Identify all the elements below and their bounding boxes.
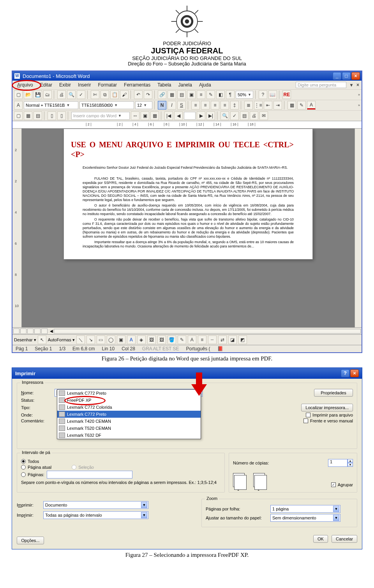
rectangle-icon[interactable]: ▭ bbox=[97, 335, 105, 344]
fontsize-select[interactable]: 12▼ bbox=[135, 101, 152, 109]
align-right-icon[interactable]: ≡ bbox=[211, 101, 219, 109]
undo-icon[interactable]: ↶ bbox=[134, 90, 143, 99]
properties-button[interactable]: Propriedades bbox=[314, 389, 353, 397]
arrowstyle-icon[interactable]: ⇄ bbox=[218, 335, 227, 344]
underline-icon[interactable]: S bbox=[177, 101, 186, 109]
print-pages-combo[interactable]: Todas as páginas do intervalo▼ bbox=[43, 511, 148, 519]
new-doc-icon[interactable]: ▢ bbox=[14, 90, 23, 99]
ask-a-question-input[interactable]: Digite uma pergunta bbox=[296, 82, 346, 88]
open-icon[interactable]: 📂 bbox=[24, 90, 32, 99]
weblayout-view-icon[interactable] bbox=[20, 328, 26, 334]
outline-view-icon[interactable] bbox=[34, 328, 41, 334]
print-icon[interactable]: 🖨 bbox=[57, 90, 66, 99]
print-preview-icon[interactable]: 🔍 bbox=[67, 90, 76, 99]
columns-icon[interactable]: ≡ bbox=[197, 90, 205, 99]
zoom-select[interactable]: 50%▼ bbox=[236, 91, 253, 99]
align-center-icon[interactable]: ≡ bbox=[201, 101, 210, 109]
save-icon[interactable]: 💾 bbox=[34, 90, 42, 99]
clipart-icon[interactable]: 🖼 bbox=[147, 335, 156, 344]
options-button[interactable]: Opções... bbox=[17, 537, 44, 544]
hscroll-left-icon[interactable]: ◀ bbox=[50, 329, 53, 333]
spinner-up-icon[interactable]: ▲ bbox=[348, 459, 353, 463]
select-objects-icon[interactable]: ↖ bbox=[38, 335, 46, 344]
maximize-button[interactable]: □ bbox=[342, 72, 351, 80]
menu-arquivo[interactable]: Arquivo bbox=[15, 81, 35, 88]
print-to-file-checkbox[interactable]: Imprimir para arquivo bbox=[306, 413, 353, 417]
borders-icon[interactable]: ▦ bbox=[288, 101, 296, 109]
printer-option-4[interactable]: Lexmark T420 CEMAN bbox=[57, 418, 201, 425]
3d-icon[interactable]: ◩ bbox=[238, 335, 247, 344]
printer-option-1[interactable]: FreePDF XP bbox=[57, 397, 201, 404]
help-icon[interactable]: ? bbox=[259, 90, 267, 99]
linestyle-icon[interactable]: ≡ bbox=[198, 335, 206, 344]
horizontal-scrollbar[interactable] bbox=[54, 329, 361, 334]
range-pages-radio[interactable]: Páginas: bbox=[21, 472, 44, 477]
status-spellcheck-icon[interactable]: 📕 bbox=[217, 346, 223, 351]
range-current-radio[interactable]: Página atual bbox=[21, 465, 51, 470]
print-what-combo[interactable]: Documento▼ bbox=[43, 501, 148, 509]
arrow-icon[interactable]: ↘ bbox=[86, 335, 95, 344]
ok-button[interactable]: OK bbox=[313, 535, 328, 543]
scale-to-paper-combo[interactable]: Sem dimensionamento▼ bbox=[270, 514, 340, 522]
menu-editar[interactable]: Editar bbox=[38, 81, 55, 88]
printer-dropdown-list[interactable]: Lexmark C772 Preto FreePDF XP Lexmark C7… bbox=[57, 389, 201, 439]
doc-close-button[interactable]: × bbox=[356, 82, 359, 88]
vertical-ruler[interactable]: 22 46 810 bbox=[12, 129, 22, 327]
printer-option-6[interactable]: Lexmark T632 DF bbox=[57, 432, 201, 439]
autoshapes-menu[interactable]: AutoFormas ▾ bbox=[48, 337, 75, 343]
textbox-icon[interactable]: ▣ bbox=[117, 335, 125, 344]
menu-formatar[interactable]: Formatar bbox=[95, 81, 119, 88]
vertical-scrollbar[interactable] bbox=[355, 129, 362, 327]
printer-option-5[interactable]: Lexmark T520 CEMAN bbox=[57, 425, 201, 432]
excel-icon[interactable]: ▣ bbox=[187, 90, 196, 99]
align-left-icon[interactable]: ≡ bbox=[191, 101, 200, 109]
manual-duplex-checkbox[interactable]: Frente e verso manual bbox=[303, 418, 353, 423]
toolbar-overflow-icon[interactable]: » bbox=[358, 93, 360, 97]
copies-spinner[interactable]: 1 ▲▼ bbox=[328, 459, 353, 467]
horizontal-ruler[interactable]: | 2 | | 2 | | 4 | | 6 | | 8 | | 10 | | 1… bbox=[12, 121, 362, 129]
fontcolor-icon[interactable]: A bbox=[188, 335, 196, 344]
printer-option-0[interactable]: Lexmark C772 Preto bbox=[57, 390, 201, 397]
dialog-help-button[interactable]: ? bbox=[341, 369, 349, 377]
line-icon[interactable]: ＼ bbox=[76, 335, 85, 344]
collate-checkbox[interactable]: Agrupar bbox=[331, 482, 353, 487]
menu-ferramentas[interactable]: Ferramentas bbox=[122, 81, 153, 88]
read-icon[interactable]: 📖 bbox=[268, 90, 277, 99]
paste-icon[interactable]: 📋 bbox=[110, 90, 119, 99]
docmap-icon[interactable]: ◧ bbox=[216, 90, 225, 99]
decrease-indent-icon[interactable]: ⇤ bbox=[264, 101, 272, 109]
font-select[interactable]: TTE1581B50t00▼ bbox=[79, 101, 134, 109]
showhide-icon[interactable]: ¶ bbox=[226, 90, 235, 99]
styles-pane-icon[interactable]: A bbox=[14, 101, 23, 109]
dialog-close-button[interactable]: × bbox=[350, 369, 359, 377]
printlayout-view-icon[interactable] bbox=[27, 328, 34, 334]
find-printer-button[interactable]: Localizar impressora... bbox=[301, 404, 353, 411]
copy-icon[interactable]: ⧉ bbox=[101, 90, 109, 99]
redo-icon[interactable]: ↷ bbox=[144, 90, 152, 99]
menu-tabela[interactable]: Tabela bbox=[155, 81, 173, 88]
pages-input[interactable] bbox=[47, 471, 132, 479]
bold-icon[interactable]: N bbox=[158, 101, 166, 109]
linespacing-icon[interactable]: ‡ bbox=[230, 101, 239, 109]
menu-ajuda[interactable]: Ajuda bbox=[197, 81, 213, 88]
italic-icon[interactable]: I bbox=[168, 101, 176, 109]
menu-janela[interactable]: Janela bbox=[176, 81, 194, 88]
reading-view-icon[interactable] bbox=[41, 328, 48, 334]
menu-exibir[interactable]: Exibir bbox=[57, 81, 73, 88]
spinner-down-icon[interactable]: ▼ bbox=[348, 463, 353, 467]
spellcheck-icon[interactable]: ✓ bbox=[77, 90, 85, 99]
shadow-icon[interactable]: ◪ bbox=[228, 335, 237, 344]
style-select[interactable]: Normal + TTE1581B▼ bbox=[24, 101, 78, 109]
minimize-button[interactable]: _ bbox=[333, 72, 341, 80]
hyperlink-icon[interactable]: 🔗 bbox=[158, 90, 166, 99]
align-justify-icon[interactable]: ≡ bbox=[221, 101, 229, 109]
document-area[interactable]: USE O MENU ARQUIVO E IMPRIMIR OU TECLE <… bbox=[22, 129, 355, 327]
normal-view-icon[interactable] bbox=[13, 328, 19, 334]
drawing-icon[interactable]: ✎ bbox=[206, 90, 215, 99]
printer-option-2[interactable]: Lexmark C772 Colorida bbox=[57, 404, 201, 411]
linecolor-icon[interactable]: ✎ bbox=[178, 335, 186, 344]
format-painter-icon[interactable]: 🖌 bbox=[120, 90, 129, 99]
menu-inserir[interactable]: Inserir bbox=[76, 81, 93, 88]
highlight-icon[interactable]: ✎ bbox=[297, 101, 306, 109]
format-overflow-icon[interactable]: » bbox=[358, 103, 360, 107]
